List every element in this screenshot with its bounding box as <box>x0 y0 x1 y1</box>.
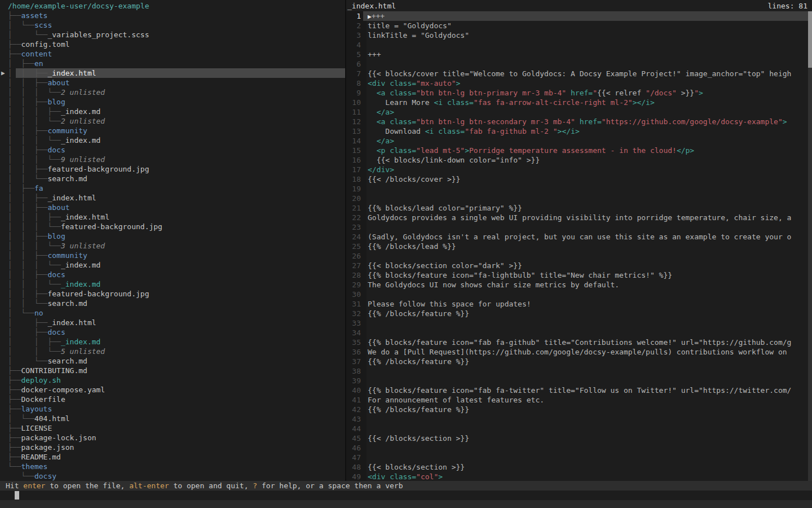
line-number: 14 <box>346 136 361 146</box>
line-content: </div> <box>368 165 394 174</box>
tree-row[interactable]: ├──package.json <box>0 443 345 452</box>
tree-branch-lines: ├── <box>8 405 21 413</box>
entry-name: docker-compose.yaml <box>21 386 105 394</box>
code-line: 25{{% /blocks/lead %}} <box>346 242 812 251</box>
line-content: Goldydocs provides a single web UI provi… <box>368 213 791 222</box>
line-content <box>368 443 372 453</box>
tree-row[interactable]: │ │ ├──docs <box>0 270 345 279</box>
tree-row[interactable]: │ │ ├──docs <box>0 145 345 155</box>
tree-branch-lines: │ │ ├── <box>8 203 47 212</box>
entry-name: 404.html <box>34 414 70 423</box>
line-content <box>368 222 372 232</box>
tree-row[interactable]: │ ├──en <box>0 59 345 68</box>
tree-row[interactable]: │ │ │ └──_index.md <box>0 135 345 145</box>
tree-row[interactable]: │ │ ├──about <box>0 203 345 212</box>
tree-row[interactable]: │ │ └──5 unlisted <box>0 347 345 356</box>
tree-row[interactable]: │ │ ├──featured-background.jpg <box>0 289 345 299</box>
tree-branch-lines: ├── <box>8 40 21 49</box>
tree-row[interactable]: │ └──404.html <box>0 414 345 423</box>
tree-row[interactable]: └──themes <box>0 462 345 471</box>
scrollbar-thumb[interactable] <box>808 11 812 68</box>
line-content: {{% /blocks/feature %}} <box>368 309 469 318</box>
entry-name: _variables_project.scss <box>47 30 149 39</box>
code-line: 3linkTitle = "Goldydocs" <box>346 30 812 40</box>
code-line: 48{{< blocks/section >}} <box>346 462 812 472</box>
line-content <box>368 318 372 328</box>
line-content: <a class="btn btn-lg btn-primary mr-3 mb… <box>368 88 703 98</box>
line-content: linkTitle = "Goldydocs" <box>368 30 469 40</box>
tree-row[interactable]: │ │ │ └──featured-background.jpg <box>0 222 345 231</box>
tree-row[interactable]: │ │ ├──blog <box>0 97 345 107</box>
tree-row[interactable]: │ │ │ └──_index.md <box>0 260 345 270</box>
entry-name: Dockerfile <box>21 395 65 404</box>
tree-row[interactable]: │ ├──_index.html <box>0 318 345 327</box>
entry-name: _index.html <box>47 194 96 202</box>
tree-row[interactable]: ├──Dockerfile <box>0 395 345 404</box>
tree-row[interactable]: │ │ ├──_index.html <box>0 193 345 203</box>
code-line: 7{{< blocks/cover title="Welcome to Gold… <box>346 69 812 78</box>
tree-row[interactable]: │ │ │ ├──_index.html <box>0 212 345 222</box>
tree-row[interactable]: │ │ │ └──3 unlisted <box>0 241 345 251</box>
broot-terminal-window: /home/example-user/docsy-example├──asset… <box>0 0 812 508</box>
command-input-line[interactable]: :e h:n gi:y <box>0 491 812 500</box>
tree-branch-lines: │ │ ├── <box>8 78 47 87</box>
tree-root-path[interactable]: /home/example-user/docsy-example <box>0 1 345 11</box>
tree-row[interactable]: │ │ │ └──9 unlisted <box>0 155 345 164</box>
tree-row[interactable]: │ │ ├──_index.md <box>0 337 345 347</box>
tree-row[interactable]: ├──assets <box>0 11 345 20</box>
entry-name: _index.md <box>61 107 100 116</box>
tree-row[interactable]: │ │ │ ├──_index.md <box>0 107 345 116</box>
code-line: 4 <box>346 40 812 50</box>
tree-branch-lines: ├── <box>8 386 21 394</box>
tree-row[interactable]: │ ├──docs <box>0 327 345 337</box>
line-content: <div class="mx-auto"> <box>368 78 460 88</box>
tree-row[interactable]: │ └──search.md <box>0 356 345 366</box>
line-content: +++ <box>368 50 381 59</box>
tree-branch-lines: │ │ │ └── <box>8 222 61 231</box>
tree-row[interactable]: │ └──_variables_project.scss <box>0 30 345 40</box>
tree-row[interactable]: │ │ │ └──2 unlisted <box>0 87 345 97</box>
preview-scrollbar[interactable] <box>808 11 812 481</box>
tree-row[interactable]: │ └──scss <box>0 20 345 30</box>
tree-row[interactable]: │ │ ├──community <box>0 126 345 135</box>
tree-branch-lines: │ │ │ └── <box>8 155 61 164</box>
line-number: 4 <box>346 40 361 50</box>
line-number: 30 <box>346 290 361 299</box>
code-line: 46 <box>346 443 812 453</box>
entry-name: assets <box>21 11 47 20</box>
tree-row[interactable]: │ │ │ └──2 unlisted <box>0 116 345 126</box>
tree-row[interactable]: ├──README.md <box>0 452 345 462</box>
tree-row[interactable]: ├──LICENSE <box>0 423 345 433</box>
line-number: 37 <box>346 357 361 366</box>
line-number: 25 <box>346 242 361 251</box>
tree-row[interactable]: │ │ ├──community <box>0 251 345 260</box>
line-number: 19 <box>346 184 361 194</box>
tree-row[interactable]: ├──content <box>0 49 345 59</box>
code-line: 35{{% blocks/feature icon="fab fa-github… <box>346 338 812 347</box>
tree-row[interactable]: │ ├──fa <box>0 183 345 193</box>
tree-branch-lines: │ │ └── <box>8 347 61 356</box>
tree-row[interactable]: ▶│ │ ├──_index.html <box>0 68 345 78</box>
tree-row[interactable]: │ │ │ └──_index.md <box>0 279 345 289</box>
tree-row[interactable]: │ │ └──search.md <box>0 174 345 183</box>
tree-row[interactable]: └──docsy <box>0 471 345 481</box>
tree-row[interactable]: ├──layouts <box>0 404 345 414</box>
tree-branch-lines: │ │ │ └── <box>8 261 61 269</box>
tree-row[interactable]: │ │ ├──featured-background.jpg <box>0 164 345 174</box>
tree-branch-lines: │ │ │ └── <box>8 117 61 125</box>
tree-branch-lines: │ │ ├── <box>8 146 47 154</box>
tree-row[interactable]: ├──config.toml <box>0 40 345 49</box>
tree-row[interactable]: │ └──no <box>0 308 345 318</box>
tree-row[interactable]: ├──deploy.sh <box>0 375 345 385</box>
tree-row[interactable]: │ │ ├──blog <box>0 231 345 241</box>
tree-branch-lines: │ │ │ └── <box>8 136 61 144</box>
tree-row[interactable]: ├──CONTRIBUTING.md <box>0 366 345 375</box>
tree-row[interactable]: │ │ └──search.md <box>0 299 345 308</box>
status-text: to open and quit, <box>169 481 253 490</box>
entry-name: blog <box>47 98 65 106</box>
tree-row[interactable]: ├──docker-compose.yaml <box>0 385 345 395</box>
tree-row[interactable]: │ │ ├──about <box>0 78 345 87</box>
preview-filename: _index.html <box>347 1 396 11</box>
code-line: 39 <box>346 376 812 386</box>
tree-row[interactable]: ├──package-lock.json <box>0 433 345 443</box>
